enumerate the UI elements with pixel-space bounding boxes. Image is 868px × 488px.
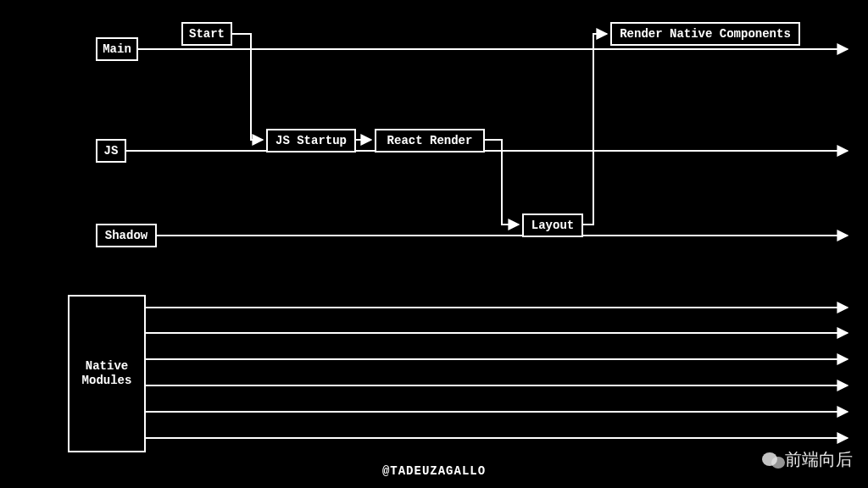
- wechat-icon: [761, 451, 780, 469]
- thread-label-main: Main: [96, 37, 138, 61]
- watermark: 前端向后: [761, 448, 853, 471]
- step-start: Start: [181, 22, 232, 46]
- text: JS: [104, 144, 119, 158]
- text: Shadow: [105, 229, 147, 243]
- watermark-text: 前端向后: [785, 448, 853, 471]
- text: Main: [103, 42, 131, 57]
- text: Native Modules: [82, 359, 132, 388]
- thread-label-js: JS: [96, 139, 126, 163]
- step-js-startup: JS Startup: [266, 129, 356, 152]
- step-react-render: React Render: [375, 129, 485, 152]
- credit: @TADEUZAGALLO: [0, 464, 868, 478]
- thread-label-shadow: Shadow: [96, 224, 157, 247]
- text: Start: [189, 27, 225, 42]
- step-render-native-components: Render Native Components: [610, 22, 800, 46]
- text: Render Native Components: [620, 27, 791, 42]
- step-layout: Layout: [522, 214, 583, 237]
- text: React Render: [387, 134, 473, 148]
- thread-label-native-modules: Native Modules: [68, 295, 146, 452]
- svg-point-12: [771, 457, 785, 469]
- text: Layout: [531, 219, 574, 233]
- text: JS Startup: [275, 134, 347, 148]
